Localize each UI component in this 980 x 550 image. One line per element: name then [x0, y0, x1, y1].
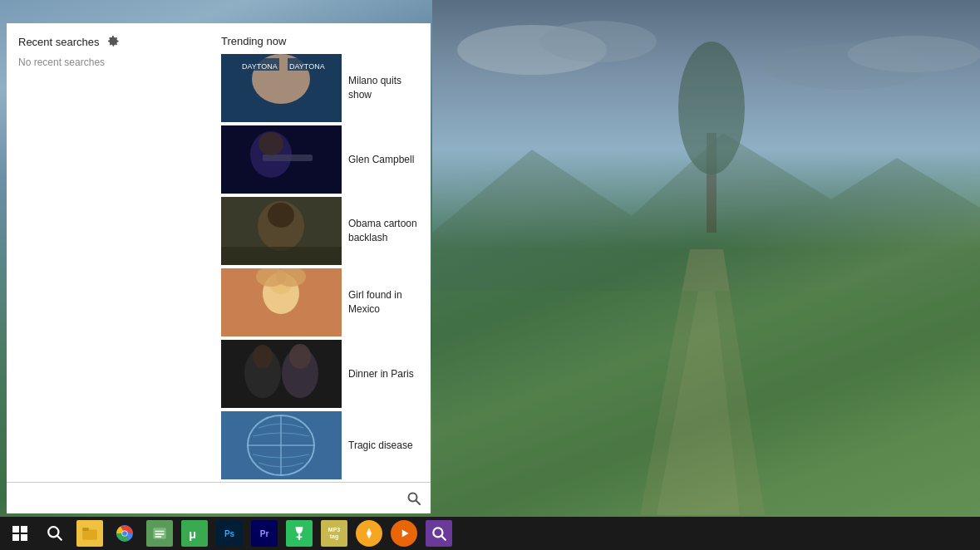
svg-point-46	[122, 531, 127, 536]
premiere-button[interactable]: Pr	[248, 518, 281, 548]
trend-thumb-4	[221, 268, 342, 336]
svg-rect-18	[263, 155, 313, 161]
trend-label-1: Milano quits show	[348, 74, 422, 102]
svg-line-41	[57, 536, 62, 540]
trend-thumb-6	[221, 411, 342, 479]
trend-item-3[interactable]: Obama cartoon backlash	[221, 197, 422, 265]
trend-label-5: Dinner in Paris	[348, 367, 414, 381]
recent-section: Recent searches No recent searches	[7, 23, 213, 482]
search-taskbar-button[interactable]	[38, 518, 71, 548]
search-submit-button[interactable]	[401, 485, 427, 512]
svg-point-31	[253, 345, 273, 368]
svg-text:DAYTONA: DAYTONA	[289, 62, 325, 71]
svg-point-8	[678, 42, 745, 174]
svg-rect-43	[82, 528, 89, 530]
recent-header: Recent searches	[18, 35, 201, 48]
search-bar	[7, 482, 431, 513]
ps-label: Ps	[224, 529, 234, 538]
svg-point-19	[259, 132, 283, 155]
recent-title: Recent searches	[18, 36, 100, 48]
trend-label-6: Tragic disease	[348, 439, 413, 453]
taskbar: μ Ps Pr MP3tag	[0, 517, 980, 550]
trending-section: Trending now DAYTONA DAYTONA Milano quit…	[213, 23, 431, 482]
svg-rect-48	[155, 531, 164, 533]
trend-label-2: Glen Campbell	[348, 153, 414, 167]
svg-rect-50	[155, 536, 161, 538]
svg-point-3	[848, 36, 980, 72]
trending-title: Trending now	[221, 35, 422, 47]
mp3tag-button[interactable]: MP3tag	[318, 518, 351, 548]
trend-item-4[interactable]: Girl found in Mexico	[221, 268, 422, 336]
svg-rect-29	[221, 340, 342, 408]
start-button[interactable]	[3, 518, 37, 548]
trend-item-1[interactable]: DAYTONA DAYTONA Milano quits show	[221, 54, 422, 122]
svg-line-39	[416, 500, 421, 504]
trend-thumb-2	[221, 125, 342, 194]
trend-item-5[interactable]: Dinner in Paris	[221, 340, 422, 408]
paint-button[interactable]	[352, 518, 386, 548]
svg-point-33	[289, 344, 311, 369]
mp3-label: MP3tag	[328, 527, 340, 539]
trend-thumb-3	[221, 197, 342, 265]
chrome-button[interactable]	[108, 518, 141, 548]
search2-button[interactable]	[422, 518, 456, 548]
svg-rect-23	[221, 247, 342, 265]
svg-rect-49	[155, 533, 164, 535]
trend-label-4: Girl found in Mexico	[348, 288, 422, 317]
trend-item-2[interactable]: Glen Campbell	[221, 125, 422, 194]
trend-thumb-5	[221, 340, 342, 408]
svg-point-22	[268, 203, 294, 228]
photoshop-button[interactable]: Ps	[213, 518, 246, 548]
svg-line-58	[441, 536, 445, 539]
settings-icon[interactable]	[106, 35, 120, 48]
search-input[interactable]	[10, 489, 401, 508]
trend-thumb-1: DAYTONA DAYTONA	[221, 54, 342, 122]
utorrent-button[interactable]: μ	[178, 518, 211, 548]
search-panel: Recent searches No recent searches Trend…	[7, 23, 431, 513]
svg-text:DAYTONA: DAYTONA	[242, 62, 278, 71]
svg-point-1	[540, 21, 657, 62]
trend-item-6[interactable]: Tragic disease	[221, 411, 422, 479]
trend-label-3: Obama cartoon backlash	[348, 217, 422, 245]
pr-label: Pr	[260, 529, 269, 538]
evernote-button[interactable]	[283, 518, 316, 548]
no-recent-text: No recent searches	[18, 56, 201, 68]
svg-rect-42	[82, 530, 97, 540]
files-button[interactable]	[143, 518, 176, 548]
svg-rect-9	[432, 291, 980, 517]
svg-point-54	[367, 532, 371, 535]
svg-text:μ: μ	[189, 528, 196, 541]
media-player-button[interactable]	[387, 518, 421, 548]
file-explorer-button[interactable]	[73, 518, 106, 548]
